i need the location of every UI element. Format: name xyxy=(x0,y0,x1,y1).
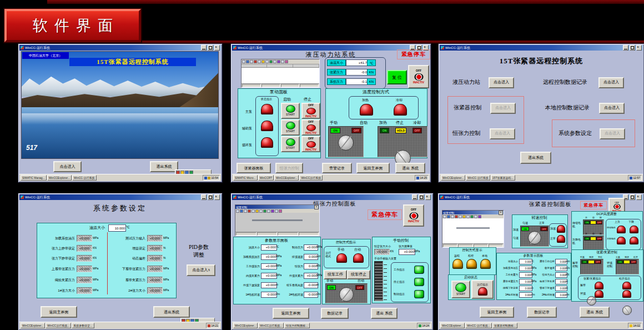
tray-icon[interactable] xyxy=(419,324,421,327)
minimize-icon[interactable] xyxy=(623,45,628,51)
reset-button[interactable]: 复 位 xyxy=(387,70,407,84)
data-record-button[interactable]: 数据记录 xyxy=(527,307,557,318)
exit-button[interactable]: 退出 系统 xyxy=(580,307,610,318)
close-icon[interactable] xyxy=(636,45,642,51)
pump-stop-button[interactable]: OFFINACTIV xyxy=(301,119,320,136)
taskbar-item[interactable]: WinCCExplorer... xyxy=(441,175,465,181)
clamp-rotary-switch[interactable] xyxy=(622,306,632,315)
tray-icon[interactable] xyxy=(630,177,632,179)
taskbar-item[interactable]: WinCC运行系统... xyxy=(258,323,284,328)
close-icon[interactable] xyxy=(214,194,220,200)
taskbar-item[interactable]: WinCC运行系统... xyxy=(46,323,71,328)
tensioner-panel-button[interactable]: 张紧器面板 xyxy=(237,163,271,173)
close-icon[interactable] xyxy=(636,194,642,200)
exit-button[interactable]: 退出 系统 xyxy=(371,308,398,319)
data-record-button[interactable]: 数据记录 xyxy=(321,308,349,319)
taskbar-item[interactable]: SIMATIC Micro... xyxy=(233,175,258,181)
taskbar-item[interactable]: WinCC运行系统 xyxy=(299,175,323,181)
alarm-titlebar[interactable]: 报警控制× xyxy=(235,205,319,209)
taskbar-item[interactable]: WinCCExplorer... xyxy=(440,323,465,328)
enter-button-disabled[interactable]: 点击进入 xyxy=(600,128,625,139)
pump-start-button[interactable]: START xyxy=(281,119,300,136)
titlebar[interactable]: WinCC-运行系统 xyxy=(19,45,221,51)
taskbar-item[interactable]: SIMATIC Manag... xyxy=(21,175,47,181)
pump-stop-button[interactable]: OFFINACTIV xyxy=(301,136,320,152)
taskbar[interactable]: SIMATIC Manag... WinCCExplorer... WinCC-… xyxy=(19,174,221,181)
taskbar-item[interactable]: WinCC-运行系统 xyxy=(466,175,490,181)
taskbar[interactable]: WinCCExplorer... WinCC-运行系统 15T张紧器远程... … xyxy=(440,174,643,181)
tray-icon[interactable] xyxy=(416,177,419,179)
pump-start-button[interactable]: START xyxy=(281,103,300,119)
enter-button-disabled[interactable]: 点击进入 xyxy=(490,103,516,114)
enter-button[interactable]: 点击进入 xyxy=(598,77,624,88)
exit-button[interactable]: 退出 系统 xyxy=(395,163,425,173)
alarm-titlebar[interactable]: 报警控制× xyxy=(442,211,504,214)
mode-rotary-switch[interactable] xyxy=(339,287,354,302)
back-main-button[interactable]: 返回主界面 xyxy=(41,306,77,318)
maximize-icon[interactable] xyxy=(630,45,635,51)
down-column-label: 下降 xyxy=(628,221,634,224)
close-icon[interactable] xyxy=(214,45,220,51)
enter-button[interactable]: 点击进入 xyxy=(489,77,514,88)
pump-start-button[interactable]: START xyxy=(281,136,300,152)
taskbar[interactable]: WinCCExplorer... WinCC运行系统... 恒张力控制面板...… xyxy=(232,322,432,329)
taskbar-item[interactable]: WinCCExplorer... xyxy=(233,323,258,328)
taskbar-item[interactable]: WinCCExplorer... xyxy=(21,323,45,328)
pid-enter-button[interactable]: 点击进入3 xyxy=(187,264,215,276)
exit-button[interactable]: 退出系统 xyxy=(150,161,178,172)
speed-rotary-switch[interactable] xyxy=(528,231,541,244)
emergency-stop-lamp[interactable]: OFFINACTIV xyxy=(403,204,424,227)
taskbar-item[interactable]: WinCC-运行系统 xyxy=(72,175,97,181)
close-icon[interactable] xyxy=(425,194,431,200)
close-icon[interactable]: × xyxy=(314,205,319,209)
taskbar[interactable]: SIMATIC Micro... WinCCRT WinCCExplorer..… xyxy=(232,174,430,181)
mode-rotary-switch[interactable] xyxy=(338,135,354,151)
tray-icon[interactable] xyxy=(630,324,632,327)
taskbar-item[interactable]: WinCC-运行系统... xyxy=(465,323,492,328)
minimize-icon[interactable] xyxy=(201,45,207,51)
close-icon[interactable]: × xyxy=(499,211,503,215)
clock: 14:25 xyxy=(420,176,427,179)
titlebar[interactable]: WinCC-运行系统 xyxy=(19,194,221,200)
titlebar[interactable]: WinCC-运行系统 xyxy=(232,194,432,200)
taskbar-item[interactable]: WinCCExplorer... xyxy=(274,175,299,181)
taskbar-item[interactable]: WinCCExplorer... xyxy=(47,175,72,181)
manual-handle-slider[interactable] xyxy=(374,261,383,301)
maximize-icon[interactable] xyxy=(419,194,424,200)
back-main-button[interactable]: 返回主界面 xyxy=(356,163,390,173)
maximize-icon[interactable] xyxy=(630,194,635,200)
taskbar[interactable]: WinCCExplorer... WinCC运行系统... 系统参数设定... … xyxy=(19,322,221,329)
oil-temp-input[interactable]: 10.000 xyxy=(108,224,126,232)
back-main-button[interactable]: 返回主界面 xyxy=(480,307,514,318)
param-label: 恒张力大小 xyxy=(537,273,555,276)
back-main-button[interactable]: 返回主界面 xyxy=(273,308,309,319)
taskbar-item[interactable]: 15T张紧器远程... xyxy=(491,175,515,181)
enter-button[interactable]: 点击进入 xyxy=(599,103,625,114)
taskbar[interactable]: WinCCExplorer... WinCC-运行系统... 张紧器控制面板..… xyxy=(439,322,643,329)
taskbar-item[interactable]: 系统参数设定... xyxy=(72,323,94,328)
exit-button[interactable]: 退出系统 xyxy=(520,152,551,164)
tray-icon[interactable] xyxy=(208,177,210,179)
taskbar-item[interactable]: 张紧器控制面板... xyxy=(492,323,517,328)
winch-stop-button[interactable]: 绞车停止 xyxy=(347,270,370,279)
enter-button-disabled[interactable]: 点击进入 xyxy=(490,128,515,139)
exit-button[interactable]: 退出系统 xyxy=(153,306,190,318)
emergency-stop-lamp[interactable]: OFFINACTIV xyxy=(408,65,429,88)
run-mode-label: 运行模式 xyxy=(325,252,331,258)
maximize-icon[interactable] xyxy=(208,194,213,200)
winch-work-button[interactable]: 绞车工作 xyxy=(324,270,347,279)
alarm-toolbar[interactable] xyxy=(242,59,319,64)
enter-button[interactable]: 点击进入 xyxy=(53,161,82,172)
constant-tension-button[interactable]: 恒张力控制 xyxy=(275,163,303,173)
maximize-icon[interactable] xyxy=(208,45,213,51)
tray-icon[interactable] xyxy=(208,324,210,327)
titlebar[interactable]: WinCC-运行系统 xyxy=(440,45,643,51)
minimize-icon[interactable] xyxy=(201,194,207,200)
taskbar-item[interactable]: 恒张力控制面板... xyxy=(284,323,309,328)
start-button[interactable]: START xyxy=(451,281,470,298)
minimize-icon[interactable] xyxy=(412,194,417,200)
tray-icon[interactable] xyxy=(204,177,207,179)
alarm-record-button[interactable]: 查警记录 xyxy=(322,163,352,173)
taskbar-item[interactable]: WinCCRT xyxy=(258,175,274,181)
pump-stop-button[interactable]: OFFINACTIV xyxy=(301,103,320,119)
